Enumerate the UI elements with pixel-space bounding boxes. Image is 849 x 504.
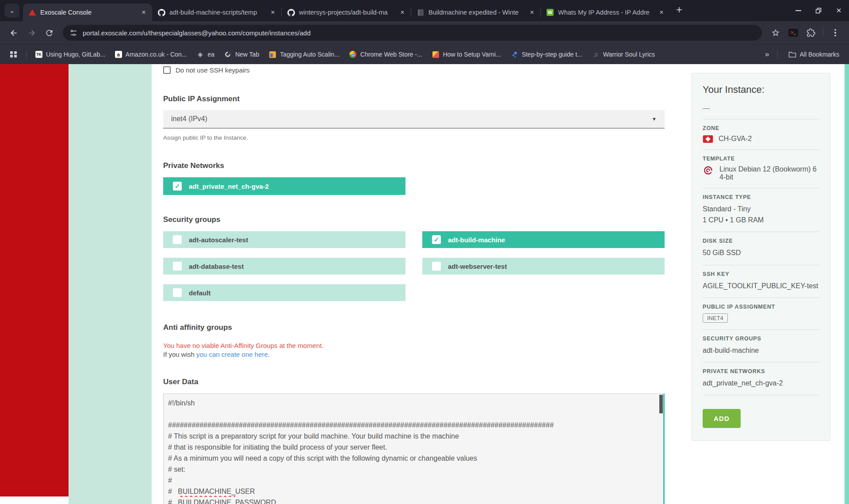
unchecked-checkbox <box>173 262 182 271</box>
ssh-key-value: AGILE_TOOLKIT_PUBLIC_KEY-test <box>703 281 819 291</box>
tab-whats-my-ip[interactable]: W Whats My IP Address - IP Addre ✕ <box>541 4 670 21</box>
divider <box>703 298 819 298</box>
github-icon <box>287 8 295 16</box>
security-group-label: default <box>189 289 210 297</box>
debian-icon <box>703 165 714 177</box>
instance-summary-card: Your Instance: — ZONE CH-GVA-2 TEMPLATE … <box>692 73 830 441</box>
ssh-keypairs-checkbox[interactable] <box>163 66 171 74</box>
bookmark-new-tab[interactable]: New Tab <box>222 49 262 60</box>
divider <box>703 149 819 150</box>
add-instance-button[interactable]: ADD <box>703 409 741 428</box>
url-input[interactable] <box>83 29 755 37</box>
tab-close-icon[interactable]: ✕ <box>658 8 665 16</box>
address-bar[interactable] <box>63 25 762 41</box>
bookmark-chrome-web-store[interactable]: Chrome Web Store -... <box>347 49 425 60</box>
extensions-button[interactable] <box>803 25 818 40</box>
user-data-line: # BUILDMACHINE_USER <box>168 486 652 497</box>
public-ip-select[interactable]: inet4 (IPv4) ▼ <box>163 110 665 129</box>
anti-affinity-section-label: Anti affinity groups <box>163 323 665 332</box>
kebab-menu-icon <box>834 29 836 37</box>
chevron-down-icon: ▼ <box>652 116 657 122</box>
bookmark-warrior-soul-lyrics[interactable]: ♫ Warrior Soul Lyrics <box>589 49 658 60</box>
bookmark-star-button[interactable] <box>768 25 783 40</box>
tab-title: Whats My IP Address - IP Addre <box>558 9 654 16</box>
unchecked-checkbox <box>432 262 441 271</box>
amazon-favicon: a <box>115 51 122 58</box>
user-data-textarea[interactable]: #!/bin/sh ##############################… <box>163 393 665 504</box>
browser-toolbar: >_ <box>0 21 849 44</box>
security-group-item[interactable]: adt-webserver-test <box>422 258 665 275</box>
tab-search-button[interactable]: ⌄ <box>4 4 19 18</box>
bookmark-label: Tagging Auto Scalin... <box>280 51 340 58</box>
box-favicon <box>269 51 276 58</box>
tab-close-icon[interactable]: ✕ <box>269 8 277 16</box>
bookmarks-bar: TK Using Hugo, GitLab... a Amazon.co.uk … <box>0 44 849 64</box>
back-button[interactable] <box>6 25 21 40</box>
bookmarks-overflow-button[interactable]: » <box>765 50 769 59</box>
security-group-label: adt-autoscaler-test <box>189 236 248 244</box>
varnish-favicon <box>432 51 440 58</box>
textarea-scrollbar-thumb[interactable] <box>659 395 663 413</box>
exoscale-red-sidebar <box>0 64 69 496</box>
security-groups-summary-label: SECURITY GROUPS <box>703 336 819 342</box>
tab-exoscale-console[interactable]: Exoscale Console ✕ <box>23 4 152 21</box>
apps-button[interactable] <box>7 49 20 60</box>
tab-close-icon[interactable]: ✕ <box>140 8 148 16</box>
security-group-label: adt-build-machine <box>448 236 505 244</box>
bookmark-ea[interactable]: ◈ ea <box>194 49 217 60</box>
summary-public-ip-section: PUBLIC IP ASSIGNMENT INET4 <box>703 304 819 323</box>
ssh-key-label: SSH KEY <box>703 271 819 277</box>
create-anti-affinity-link[interactable]: you can create one here. <box>196 351 270 358</box>
security-group-item[interactable]: adt-database-test <box>163 258 405 275</box>
browser-menu-button[interactable] <box>828 25 843 40</box>
security-groups-section-label: Security groups <box>163 215 665 224</box>
private-network-item[interactable]: ✓ adt_private_net_ch-gva-2 <box>163 177 405 195</box>
user-data-line: # This script is a preparatory script fo… <box>168 431 652 442</box>
instance-type-name: Standard - Tiny <box>703 204 819 214</box>
divider <box>703 329 819 330</box>
new-tab-button[interactable]: + <box>676 4 682 16</box>
instance-form: Do not use SSH keypairs Public IP Assign… <box>163 64 665 504</box>
security-group-item[interactable]: default <box>163 284 405 301</box>
terminal-icon: >_ <box>788 29 798 37</box>
user-data-section-label: User Data <box>163 378 665 386</box>
page-scrollbar[interactable] <box>845 64 849 504</box>
security-group-label: adt-database-test <box>189 263 244 270</box>
instance-type-label: INSTANCE TYPE <box>703 194 819 200</box>
minimize-button[interactable] <box>788 0 808 21</box>
restore-button[interactable] <box>808 0 829 21</box>
ssh-keypairs-label: Do not use SSH keypairs <box>176 66 250 74</box>
summary-title: Your Instance: <box>703 84 819 95</box>
security-groups-grid: adt-autoscaler-test ✓ adt-build-machine … <box>163 231 665 301</box>
bookmark-step-by-step-guide[interactable]: Step-by-step guide t... <box>508 49 585 60</box>
user-data-line: # that is responsible for initiating the… <box>168 442 652 453</box>
inet4-badge: INET4 <box>703 313 728 323</box>
bookmark-label: Amazon.co.uk - Con... <box>126 51 187 58</box>
divider <box>703 395 819 395</box>
user-data-line: # BUILDMACHINE_PASSWORD <box>168 497 652 504</box>
security-group-item[interactable]: ✓ adt-build-machine <box>422 231 665 248</box>
bookmark-label: New Tab <box>235 51 259 58</box>
security-group-item[interactable]: adt-autoscaler-test <box>163 231 405 248</box>
divider <box>703 362 819 363</box>
forward-button[interactable] <box>24 25 39 40</box>
tab-github-scripts[interactable]: adt-build-machine-scripts/temp ✕ <box>152 4 281 21</box>
tab-buildmachine-doc[interactable]: Buildmachine expedited - Winte ✕ <box>411 4 540 21</box>
tab-close-icon[interactable]: ✕ <box>528 8 536 16</box>
star-icon <box>771 28 780 37</box>
reload-button[interactable] <box>42 25 57 40</box>
tab-close-icon[interactable]: ✕ <box>398 8 406 16</box>
bookmark-varnish-setup[interactable]: How to Setup Varni... <box>429 49 504 60</box>
terminal-extension-button[interactable]: >_ <box>786 25 801 40</box>
bookmarks-divider <box>26 50 27 59</box>
tab-github-wintersys[interactable]: wintersys-projects/adt-build-ma ✕ <box>282 4 411 21</box>
bookmark-using-hugo[interactable]: TK Using Hugo, GitLab... <box>33 49 108 60</box>
template-value: Linux Debian 12 (Bookworm) 64-bit <box>719 165 819 181</box>
bookmark-tagging-autoscaling[interactable]: Tagging Auto Scalin... <box>266 49 342 60</box>
bookmark-label: Chrome Web Store -... <box>360 51 422 58</box>
bookmark-amazon[interactable]: a Amazon.co.uk - Con... <box>112 49 190 60</box>
tab-title: wintersys-projects/adt-build-ma <box>299 9 394 16</box>
close-button[interactable]: ✕ <box>829 0 849 21</box>
bookmark-label: Warrior Soul Lyrics <box>603 51 655 58</box>
all-bookmarks-button[interactable]: All Bookmarks <box>786 49 842 60</box>
